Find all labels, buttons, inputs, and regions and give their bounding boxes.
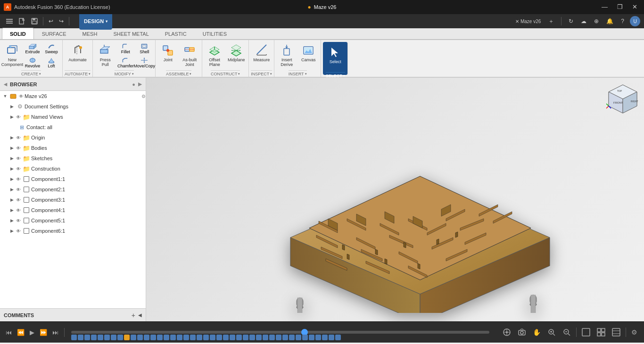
tree-item-root[interactable]: ▼ 👁 Maze v26 ⚙ xyxy=(0,91,146,101)
offset-plane-button[interactable]: OffsetPlane xyxy=(204,42,225,70)
view-options-button[interactable] xyxy=(609,326,623,338)
save-button[interactable] xyxy=(29,17,40,25)
tab-solid[interactable]: SOLID xyxy=(2,28,34,39)
tree-item-comp5[interactable]: ▶ 👁 Component5:1 xyxy=(0,215,146,226)
timeline-first-button[interactable]: ⏮ xyxy=(4,328,14,337)
timeline-event[interactable] xyxy=(243,335,248,340)
timeline-event[interactable] xyxy=(203,335,209,340)
timeline-event[interactable] xyxy=(269,335,275,340)
comp5-visibility[interactable]: 👁 xyxy=(15,217,22,224)
timeline-prev-button[interactable]: ⏪ xyxy=(15,328,26,337)
viewport[interactable]: FRONT TOP RIGHT xyxy=(146,78,644,321)
tab-sheet-metal[interactable]: SHEET METAL xyxy=(105,28,157,39)
timeline-event[interactable] xyxy=(78,335,83,340)
zoom-out-button[interactable] xyxy=(560,326,574,338)
timeline-last-button[interactable]: ⏭ xyxy=(50,328,60,337)
tab-mesh[interactable]: MESH xyxy=(74,28,106,39)
timeline-event[interactable] xyxy=(315,335,321,340)
tree-item-sketches[interactable]: ▶ 👁 📁 Sketches xyxy=(0,153,146,164)
browser-options[interactable]: ● xyxy=(132,82,135,87)
help-button[interactable]: ? xyxy=(619,17,626,25)
tree-item-construction[interactable]: ▶ 👁 📁 Construction xyxy=(0,164,146,174)
minimize-button[interactable]: — xyxy=(599,0,611,14)
pivot-button[interactable] xyxy=(500,326,514,338)
move-button[interactable]: Move/Copy xyxy=(135,56,153,69)
network-button[interactable]: ⊕ xyxy=(592,17,601,25)
timeline-event[interactable] xyxy=(183,335,189,340)
camera-button[interactable] xyxy=(515,326,529,338)
chamfer-button[interactable]: Chamfer xyxy=(116,56,134,69)
fillet-button[interactable]: Fillet xyxy=(116,42,134,55)
timeline-event[interactable] xyxy=(256,335,262,340)
insert-label[interactable]: INSERT ▾ xyxy=(289,70,307,78)
tree-item-comp1[interactable]: ▶ 👁 Component1:1 xyxy=(0,174,146,184)
press-pull-button[interactable]: Press Pull xyxy=(95,42,116,70)
bodies-visibility[interactable]: 👁 xyxy=(15,145,22,151)
timeline-event[interactable] xyxy=(157,335,163,340)
extrude-button[interactable]: Extrude xyxy=(24,42,41,55)
sweep-button[interactable]: Sweep xyxy=(42,42,60,55)
root-settings[interactable]: ⚙ xyxy=(141,94,146,99)
comp4-visibility[interactable]: 👁 xyxy=(15,207,22,213)
timeline-event[interactable] xyxy=(98,335,103,340)
create-label[interactable]: CREATE ▾ xyxy=(21,70,41,78)
tree-item-bodies[interactable]: ▶ 👁 📁 Bodies xyxy=(0,143,146,153)
timeline-event[interactable] xyxy=(276,335,281,340)
tree-item-comp4[interactable]: ▶ 👁 Component4:1 xyxy=(0,205,146,215)
tab-surface[interactable]: SURFACE xyxy=(34,28,74,39)
refresh-button[interactable]: ↻ xyxy=(567,17,575,25)
tree-item-comp6[interactable]: ▶ 👁 Component6:1 xyxy=(0,226,146,236)
timeline-event[interactable] xyxy=(164,335,169,340)
timeline-next-button[interactable]: ⏩ xyxy=(38,328,49,337)
measure-button[interactable]: Measure xyxy=(251,42,272,70)
browser-collapse[interactable]: ▶ xyxy=(138,82,142,87)
new-file-button[interactable] xyxy=(17,17,27,25)
timeline-event[interactable] xyxy=(190,335,196,340)
modify-label[interactable]: MODIFY ▾ xyxy=(115,70,134,78)
timeline-event[interactable] xyxy=(131,335,136,340)
tree-item-doc-settings[interactable]: ▶ ⚙ Document Settings xyxy=(0,101,146,112)
timeline-event[interactable] xyxy=(223,335,229,340)
timeline-event[interactable] xyxy=(322,335,328,340)
comp6-visibility[interactable]: 👁 xyxy=(15,228,22,234)
timeline-event[interactable] xyxy=(329,335,334,340)
comp1-visibility[interactable]: 👁 xyxy=(15,176,22,182)
timeline-settings-button[interactable]: ⚙ xyxy=(628,327,640,338)
comp2-visibility[interactable]: 👁 xyxy=(15,186,22,193)
timeline-event[interactable] xyxy=(289,335,295,340)
timeline-event[interactable] xyxy=(309,335,314,340)
timeline-event[interactable] xyxy=(230,335,235,340)
timeline-event[interactable] xyxy=(216,335,222,340)
as-built-joint-button[interactable]: As-builtJoint xyxy=(179,42,200,70)
close-button[interactable]: ✕ xyxy=(629,0,640,14)
timeline-event[interactable] xyxy=(296,335,301,340)
user-avatar[interactable]: U xyxy=(630,16,640,26)
timeline-event[interactable] xyxy=(91,335,97,340)
pan-button[interactable]: ✋ xyxy=(530,327,544,338)
cloud-button[interactable]: ☁ xyxy=(579,17,588,25)
orientation-cube[interactable]: FRONT TOP RIGHT xyxy=(606,82,639,115)
collapse-button[interactable]: ◀ xyxy=(138,312,142,318)
grid-button[interactable] xyxy=(594,326,608,338)
add-comment-button[interactable]: + xyxy=(132,311,135,319)
timeline-play-button[interactable]: ▶ xyxy=(28,328,36,337)
tree-item-comp2[interactable]: ▶ 👁 Component2:1 xyxy=(0,184,146,195)
timeline-event[interactable] xyxy=(71,335,77,340)
construct-label[interactable]: CONSTRUCT ▾ xyxy=(211,70,240,78)
timeline-event[interactable] xyxy=(150,335,156,340)
tree-item-contact[interactable]: ⊞ Contact: all xyxy=(0,122,146,132)
timeline-event[interactable] xyxy=(236,335,242,340)
canvas-button[interactable]: Canvas xyxy=(298,42,319,70)
revolve-button[interactable]: Revolve xyxy=(24,56,41,69)
timeline-event[interactable] xyxy=(117,335,123,340)
tree-item-origin[interactable]: ▶ 👁 📁 Origin xyxy=(0,132,146,143)
sketches-visibility[interactable]: 👁 xyxy=(15,155,22,162)
timeline-event[interactable] xyxy=(84,335,90,340)
timeline-event[interactable] xyxy=(177,335,182,340)
timeline-event[interactable] xyxy=(263,335,268,340)
automate-label-section[interactable]: AUTOMATE ▾ xyxy=(65,70,91,78)
shell-button[interactable]: Shell xyxy=(135,42,153,55)
new-component-button[interactable]: NewComponent xyxy=(2,42,23,70)
undo-button[interactable]: ↩ xyxy=(47,17,55,25)
tab-close-button[interactable]: ✕ Maze v26 xyxy=(513,18,543,25)
